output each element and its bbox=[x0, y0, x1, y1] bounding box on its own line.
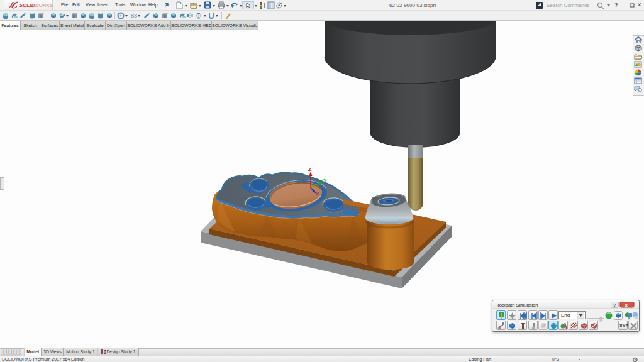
svg-text:WORKS: WORKS bbox=[34, 3, 53, 8]
svg-text:X: X bbox=[316, 191, 319, 197]
svg-text:XYZ: XYZ bbox=[619, 324, 628, 328]
svg-text:Y: Y bbox=[323, 178, 327, 184]
svg-text:SOLID: SOLID bbox=[19, 3, 35, 8]
svg-text:Z: Z bbox=[308, 167, 311, 172]
svg-text:x: x bbox=[625, 302, 628, 308]
svg-text:?: ? bbox=[613, 302, 616, 308]
